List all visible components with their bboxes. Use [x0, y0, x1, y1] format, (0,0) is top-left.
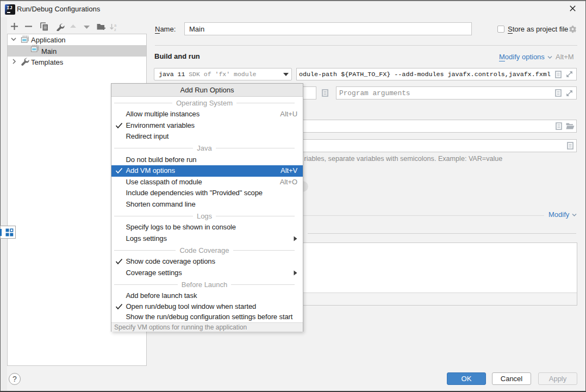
svg-text:z: z [114, 27, 116, 32]
